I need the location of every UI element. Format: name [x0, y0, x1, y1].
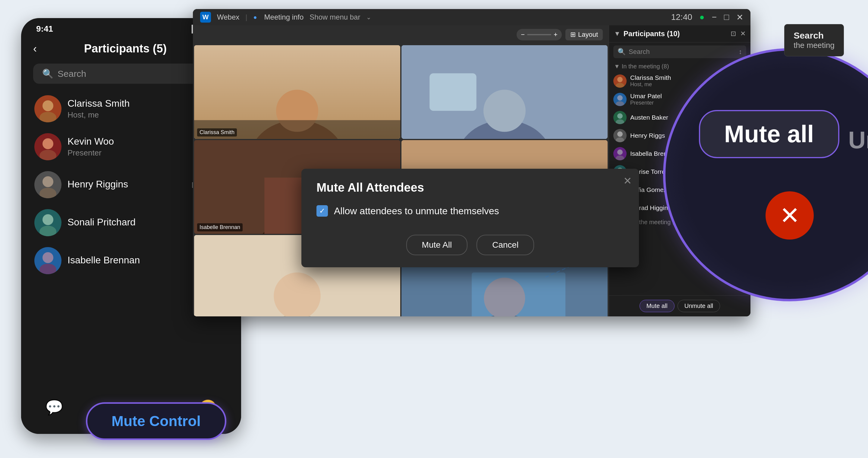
panel-search-container[interactable]: 🔍 Search ↕: [613, 45, 746, 58]
avatar: [613, 74, 627, 88]
mute-all-confirm-button[interactable]: Mute All: [406, 235, 468, 255]
svg-point-43: [616, 119, 624, 124]
search-tooltip: Search the meeting: [784, 24, 844, 56]
video-cell-label: Isabelle Brennan: [197, 223, 243, 231]
svg-point-11: [42, 252, 53, 263]
search-tooltip-line2: the meeting: [794, 41, 835, 50]
back-button[interactable]: ‹: [33, 42, 37, 55]
participant-name: Isabelle Brennan: [67, 255, 203, 266]
window-controls: 12:40 ● − □ ✕: [671, 12, 743, 22]
panel-close-icon[interactable]: ✕: [740, 30, 746, 38]
layout-button[interactable]: ⊞ Layout: [565, 29, 603, 40]
avatar: [34, 95, 61, 122]
close-x-icon: ✕: [780, 202, 800, 230]
phone-participants-title: Participants (5): [37, 42, 214, 55]
participant-info: Henry Riggins: [67, 179, 185, 191]
unmute-label: Un: [848, 126, 868, 154]
indicator-icon: ●: [700, 12, 705, 22]
chevron-icon: ▼: [614, 63, 620, 70]
svg-point-20: [484, 90, 526, 132]
svg-rect-21: [430, 73, 476, 110]
participant-info: Kevin Woo Presenter: [67, 136, 203, 158]
close-circle-button[interactable]: ✕: [766, 191, 814, 239]
video-toolbar: − + ⊞ Layout: [193, 25, 609, 44]
avatar: [34, 171, 61, 198]
avatar: [613, 129, 627, 142]
zoom-plus-icon[interactable]: +: [554, 31, 558, 39]
avatar: [34, 209, 61, 236]
svg-point-42: [617, 113, 623, 119]
svg-point-7: [42, 176, 53, 187]
minimize-button[interactable]: −: [712, 12, 717, 22]
video-cell: Clarissa Smith: [194, 45, 400, 139]
avatar: [613, 93, 627, 106]
unmute-all-button[interactable]: Unmute all: [678, 300, 720, 312]
zoom-slider[interactable]: [527, 34, 551, 35]
panel-search-input[interactable]: Search: [629, 48, 650, 56]
chat-icon[interactable]: 💬: [45, 399, 63, 416]
mute-all-dialog: ✕ Mute All Attendees ✓ Allow attendees t…: [301, 169, 639, 267]
maximize-button[interactable]: □: [724, 12, 729, 22]
dialog-title: Mute All Attendees: [316, 181, 624, 194]
svg-point-47: [616, 156, 624, 160]
avatar: [613, 147, 627, 160]
mute-all-pill-button[interactable]: Mute all: [699, 110, 839, 158]
avatar: [613, 111, 627, 124]
participant-info: Sonali Pritchard: [67, 217, 203, 229]
phone-time: 9:41: [36, 24, 53, 34]
menu-chevron-icon: ⌄: [366, 13, 371, 21]
search-icon: 🔍: [618, 48, 626, 56]
close-button[interactable]: ✕: [736, 12, 743, 22]
svg-point-3: [42, 100, 53, 111]
participant-name: Henry Riggins: [67, 179, 185, 190]
svg-point-5: [42, 138, 53, 149]
zoom-control[interactable]: − +: [517, 29, 562, 40]
mute-control-bubble[interactable]: Mute Control: [86, 402, 226, 440]
svg-point-10: [39, 226, 56, 236]
sort-icon[interactable]: ↕: [739, 48, 742, 56]
dialog-buttons: Mute All Cancel: [316, 235, 624, 255]
svg-point-45: [616, 137, 624, 142]
mute-all-button[interactable]: Mute all: [640, 300, 675, 312]
layout-label: Layout: [578, 31, 598, 39]
participant-name: Kevin Woo: [67, 136, 203, 147]
svg-point-40: [617, 95, 623, 101]
svg-point-46: [617, 150, 623, 155]
time-display: 12:40: [671, 12, 692, 22]
meeting-info-button[interactable]: Meeting info: [264, 13, 304, 22]
phone-search-input[interactable]: Search: [58, 69, 86, 79]
svg-point-39: [616, 83, 624, 88]
svg-point-38: [617, 77, 623, 82]
svg-point-9: [42, 214, 53, 225]
collapse-panel-button[interactable]: ▼: [614, 30, 621, 38]
menu-bar-button[interactable]: Show menu bar: [310, 13, 360, 22]
svg-point-12: [39, 264, 56, 274]
participant-role: Presenter: [67, 148, 203, 158]
video-cell-label: Clarissa Smith: [197, 128, 237, 136]
svg-point-41: [616, 101, 624, 106]
dialog-close-button[interactable]: ✕: [623, 175, 632, 187]
panel-action-icons: ⊡ ✕: [731, 30, 746, 38]
svg-point-6: [39, 150, 56, 160]
titlebar: W Webex | ● Meeting info Show menu bar ⌄…: [193, 9, 750, 25]
app-name: Webex: [217, 13, 239, 22]
avatar: [34, 247, 61, 274]
panel-title: Participants (10): [624, 30, 727, 38]
svg-point-44: [617, 131, 623, 137]
svg-point-8: [39, 188, 56, 198]
panel-header: ▼ Participants (10) ⊡ ✕: [609, 25, 750, 42]
allow-unmute-checkbox[interactable]: ✓: [316, 205, 328, 217]
search-tooltip-line1: Search: [794, 30, 835, 41]
participant-role: Host, me: [67, 110, 203, 120]
zoom-minus-icon[interactable]: −: [521, 31, 525, 39]
svg-point-4: [39, 112, 56, 122]
checkbox-label: Allow attendees to unmute themselves: [334, 205, 499, 217]
participant-info: Isabelle Brennan: [67, 255, 203, 267]
search-icon: 🔍: [42, 68, 53, 79]
participant-name: Sonali Pritchard: [67, 217, 203, 228]
video-cell: [401, 45, 608, 139]
participant-name: Clarissa Smith: [67, 98, 203, 109]
checkbox-row: ✓ Allow attendees to unmute themselves: [316, 205, 624, 217]
cancel-button[interactable]: Cancel: [476, 235, 534, 255]
panel-popout-icon[interactable]: ⊡: [731, 30, 736, 38]
